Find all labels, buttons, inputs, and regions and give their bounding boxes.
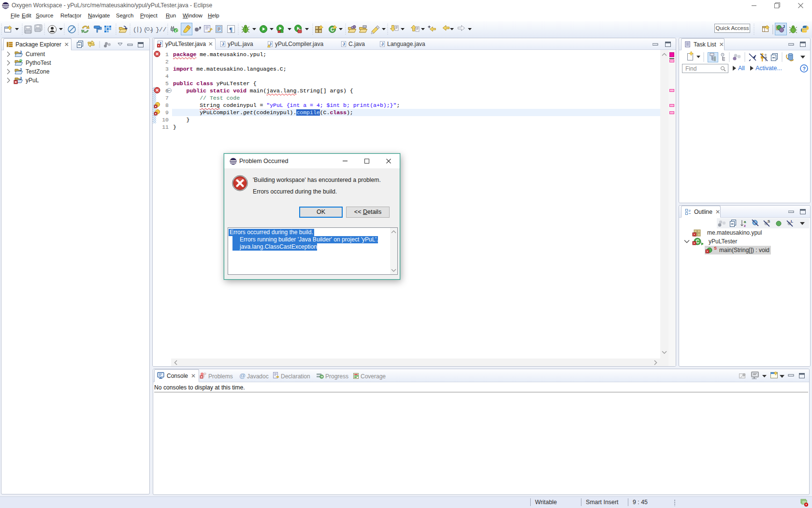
svg-text:C: C: [175, 29, 178, 33]
svg-text:J: J: [19, 76, 22, 81]
svg-text:J: J: [381, 41, 384, 46]
svg-text:S: S: [768, 219, 770, 224]
svg-text:¶: ¶: [229, 26, 232, 33]
svg-text:z: z: [744, 224, 746, 228]
svg-text:P: P: [19, 59, 22, 63]
svg-text:J: J: [343, 41, 345, 46]
svg-text:J: J: [19, 50, 22, 55]
svg-text:J: J: [222, 41, 224, 46]
svg-text:L: L: [791, 219, 793, 224]
svg-text:J: J: [783, 24, 785, 29]
svg-text:C: C: [696, 239, 699, 244]
svg-text:?: ?: [803, 66, 806, 72]
svg-text:): ): [139, 26, 143, 33]
svg-text:J: J: [19, 67, 22, 72]
svg-text://: //: [159, 26, 167, 33]
svg-text:S: S: [714, 246, 717, 251]
